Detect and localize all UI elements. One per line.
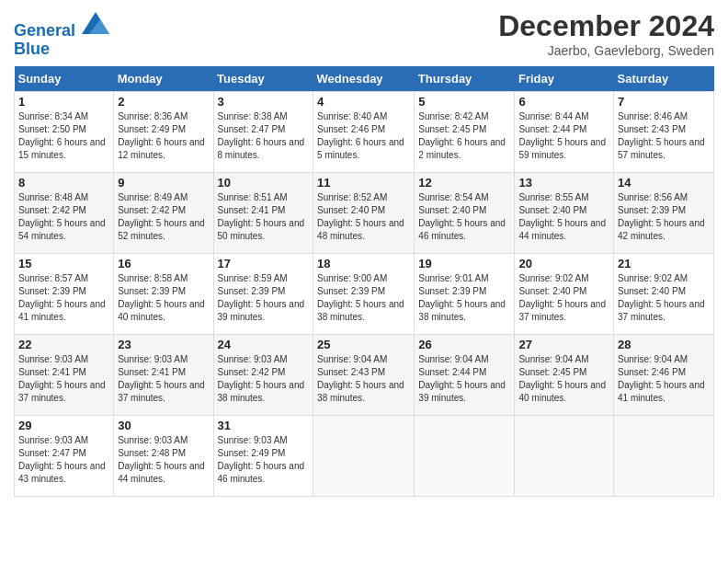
calendar-cell: 17 Sunrise: 8:59 AM Sunset: 2:39 PM Dayl… xyxy=(213,253,313,334)
col-wednesday: Wednesday xyxy=(313,66,415,92)
main-container: General Blue December 2024 Jaerbo, Gaevl… xyxy=(0,0,728,506)
day-info: Sunrise: 8:42 AM Sunset: 2:45 PM Dayligh… xyxy=(418,110,510,162)
day-number: 23 xyxy=(118,338,209,351)
logo-general: General xyxy=(14,21,75,40)
month-title: December 2024 xyxy=(498,9,714,43)
day-number: 30 xyxy=(118,419,209,432)
day-info: Sunrise: 9:04 AM Sunset: 2:45 PM Dayligh… xyxy=(518,353,609,405)
day-info: Sunrise: 8:58 AM Sunset: 2:39 PM Dayligh… xyxy=(118,272,209,324)
day-number: 1 xyxy=(18,95,109,109)
calendar-cell: 31 Sunrise: 9:03 AM Sunset: 2:49 PM Dayl… xyxy=(213,415,313,496)
day-info: Sunrise: 8:59 AM Sunset: 2:39 PM Dayligh… xyxy=(218,272,310,324)
day-number: 27 xyxy=(518,338,609,351)
calendar-cell xyxy=(614,415,714,496)
day-number: 3 xyxy=(218,95,310,109)
location: Jaerbo, Gaevleborg, Sweden xyxy=(498,43,714,58)
col-saturday: Saturday xyxy=(614,66,714,92)
calendar-cell: 22 Sunrise: 9:03 AM Sunset: 2:41 PM Dayl… xyxy=(15,334,114,415)
calendar-cell: 24 Sunrise: 9:03 AM Sunset: 2:42 PM Dayl… xyxy=(213,334,313,415)
day-number: 22 xyxy=(18,338,109,351)
col-friday: Friday xyxy=(515,66,614,92)
calendar-cell xyxy=(515,415,614,496)
calendar-cell: 7 Sunrise: 8:46 AM Sunset: 2:43 PM Dayli… xyxy=(614,91,714,172)
day-number: 6 xyxy=(518,95,609,109)
calendar-cell: 8 Sunrise: 8:48 AM Sunset: 2:42 PM Dayli… xyxy=(15,172,114,253)
day-info: Sunrise: 8:57 AM Sunset: 2:39 PM Dayligh… xyxy=(18,272,109,324)
day-info: Sunrise: 9:03 AM Sunset: 2:47 PM Dayligh… xyxy=(18,434,109,486)
calendar-cell: 10 Sunrise: 8:51 AM Sunset: 2:41 PM Dayl… xyxy=(213,172,313,253)
calendar-cell: 29 Sunrise: 9:03 AM Sunset: 2:47 PM Dayl… xyxy=(15,415,114,496)
day-number: 4 xyxy=(317,95,410,109)
calendar-cell: 13 Sunrise: 8:55 AM Sunset: 2:40 PM Dayl… xyxy=(515,172,614,253)
calendar-cell: 16 Sunrise: 8:58 AM Sunset: 2:39 PM Dayl… xyxy=(114,253,213,334)
day-info: Sunrise: 8:52 AM Sunset: 2:40 PM Dayligh… xyxy=(317,191,410,243)
day-number: 21 xyxy=(618,257,710,270)
day-info: Sunrise: 9:04 AM Sunset: 2:44 PM Dayligh… xyxy=(418,353,510,405)
calendar-cell: 2 Sunrise: 8:36 AM Sunset: 2:49 PM Dayli… xyxy=(114,91,213,172)
day-number: 8 xyxy=(18,176,109,190)
day-info: Sunrise: 9:04 AM Sunset: 2:46 PM Dayligh… xyxy=(618,353,710,405)
calendar-cell: 18 Sunrise: 9:00 AM Sunset: 2:39 PM Dayl… xyxy=(313,253,415,334)
calendar-cell: 4 Sunrise: 8:40 AM Sunset: 2:46 PM Dayli… xyxy=(313,91,415,172)
day-number: 20 xyxy=(518,257,609,270)
day-number: 5 xyxy=(418,95,510,109)
day-info: Sunrise: 8:46 AM Sunset: 2:43 PM Dayligh… xyxy=(618,110,710,162)
day-info: Sunrise: 9:03 AM Sunset: 2:41 PM Dayligh… xyxy=(118,353,209,405)
header-area: General Blue December 2024 Jaerbo, Gaevl… xyxy=(14,9,714,59)
calendar-cell: 30 Sunrise: 9:03 AM Sunset: 2:48 PM Dayl… xyxy=(114,415,213,496)
day-info: Sunrise: 9:02 AM Sunset: 2:40 PM Dayligh… xyxy=(518,272,609,324)
calendar-cell: 11 Sunrise: 8:52 AM Sunset: 2:40 PM Dayl… xyxy=(313,172,415,253)
calendar-cell: 26 Sunrise: 9:04 AM Sunset: 2:44 PM Dayl… xyxy=(415,334,515,415)
title-area: December 2024 Jaerbo, Gaevleborg, Sweden xyxy=(498,9,714,58)
calendar-cell: 15 Sunrise: 8:57 AM Sunset: 2:39 PM Dayl… xyxy=(15,253,114,334)
calendar-cell: 21 Sunrise: 9:02 AM Sunset: 2:40 PM Dayl… xyxy=(614,253,714,334)
col-sunday: Sunday xyxy=(15,66,114,92)
day-number: 11 xyxy=(317,176,410,190)
calendar-cell xyxy=(313,415,415,496)
day-info: Sunrise: 9:01 AM Sunset: 2:39 PM Dayligh… xyxy=(418,272,510,324)
calendar-cell: 6 Sunrise: 8:44 AM Sunset: 2:44 PM Dayli… xyxy=(515,91,614,172)
calendar-cell: 1 Sunrise: 8:34 AM Sunset: 2:50 PM Dayli… xyxy=(15,91,114,172)
day-info: Sunrise: 9:04 AM Sunset: 2:43 PM Dayligh… xyxy=(317,353,410,405)
day-number: 19 xyxy=(418,257,510,270)
day-info: Sunrise: 8:51 AM Sunset: 2:41 PM Dayligh… xyxy=(218,191,310,243)
day-number: 12 xyxy=(418,176,510,190)
day-info: Sunrise: 9:03 AM Sunset: 2:49 PM Dayligh… xyxy=(218,434,310,486)
day-number: 16 xyxy=(118,257,209,270)
col-monday: Monday xyxy=(114,66,213,92)
day-info: Sunrise: 9:00 AM Sunset: 2:39 PM Dayligh… xyxy=(317,272,410,324)
day-info: Sunrise: 9:03 AM Sunset: 2:42 PM Dayligh… xyxy=(218,353,310,405)
calendar-week-3: 15 Sunrise: 8:57 AM Sunset: 2:39 PM Dayl… xyxy=(15,253,714,334)
col-tuesday: Tuesday xyxy=(213,66,313,92)
logo-text: General Blue xyxy=(14,14,109,59)
day-info: Sunrise: 9:03 AM Sunset: 2:41 PM Dayligh… xyxy=(18,353,109,405)
calendar-cell: 3 Sunrise: 8:38 AM Sunset: 2:47 PM Dayli… xyxy=(213,91,313,172)
day-number: 26 xyxy=(418,338,510,351)
day-info: Sunrise: 8:49 AM Sunset: 2:42 PM Dayligh… xyxy=(118,191,209,243)
day-info: Sunrise: 8:55 AM Sunset: 2:40 PM Dayligh… xyxy=(518,191,609,243)
calendar-cell xyxy=(415,415,515,496)
day-info: Sunrise: 8:54 AM Sunset: 2:40 PM Dayligh… xyxy=(418,191,510,243)
calendar-cell: 14 Sunrise: 8:56 AM Sunset: 2:39 PM Dayl… xyxy=(614,172,714,253)
day-info: Sunrise: 8:38 AM Sunset: 2:47 PM Dayligh… xyxy=(218,110,310,162)
col-thursday: Thursday xyxy=(415,66,515,92)
calendar-cell: 19 Sunrise: 9:01 AM Sunset: 2:39 PM Dayl… xyxy=(415,253,515,334)
calendar-table: Sunday Monday Tuesday Wednesday Thursday… xyxy=(14,66,714,497)
logo-icon xyxy=(82,12,109,34)
calendar-cell: 25 Sunrise: 9:04 AM Sunset: 2:43 PM Dayl… xyxy=(313,334,415,415)
day-number: 29 xyxy=(18,419,109,432)
header-row: Sunday Monday Tuesday Wednesday Thursday… xyxy=(15,66,714,92)
day-info: Sunrise: 8:34 AM Sunset: 2:50 PM Dayligh… xyxy=(18,110,109,162)
day-number: 18 xyxy=(317,257,410,270)
day-number: 14 xyxy=(618,176,710,190)
day-info: Sunrise: 8:40 AM Sunset: 2:46 PM Dayligh… xyxy=(317,110,410,162)
day-number: 17 xyxy=(218,257,310,270)
calendar-cell: 9 Sunrise: 8:49 AM Sunset: 2:42 PM Dayli… xyxy=(114,172,213,253)
day-info: Sunrise: 8:56 AM Sunset: 2:39 PM Dayligh… xyxy=(618,191,710,243)
day-number: 13 xyxy=(518,176,609,190)
calendar-week-1: 1 Sunrise: 8:34 AM Sunset: 2:50 PM Dayli… xyxy=(15,91,714,172)
logo: General Blue xyxy=(14,14,109,59)
calendar-cell: 5 Sunrise: 8:42 AM Sunset: 2:45 PM Dayli… xyxy=(415,91,515,172)
day-number: 24 xyxy=(218,338,310,351)
day-number: 7 xyxy=(618,95,710,109)
